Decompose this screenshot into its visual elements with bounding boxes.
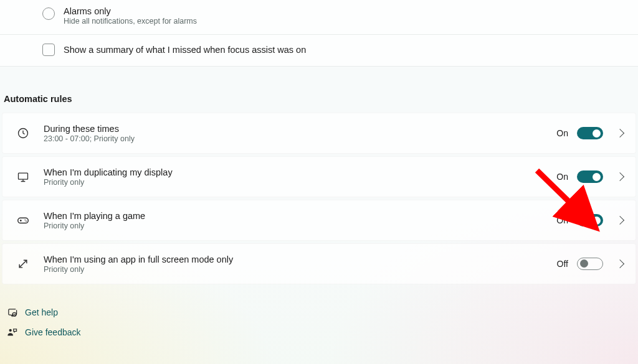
rule-subtitle: 23:00 - 07:00; Priority only	[44, 134, 556, 143]
monitor-icon	[16, 170, 30, 184]
chevron-right-icon[interactable]	[616, 172, 624, 181]
rule-subtitle: Priority only	[44, 178, 556, 187]
rule-toggle[interactable]	[577, 258, 603, 270]
svg-rect-2	[18, 218, 29, 223]
automatic-rules-heading: Automatic rules	[0, 67, 638, 113]
clock-icon	[16, 126, 30, 140]
feedback-icon	[6, 327, 17, 338]
radio-texts: Alarms only Hide all notifications, exce…	[64, 6, 197, 26]
focus-mode-option-alarms-only[interactable]: Alarms only Hide all notifications, exce…	[0, 0, 638, 34]
rule-playing-game[interactable]: When I'm playing a game Priority only On	[2, 200, 636, 241]
rule-texts: When I'm duplicating my display Priority…	[44, 167, 556, 187]
svg-point-6	[9, 329, 11, 331]
help-icon	[6, 307, 17, 318]
rule-toggle[interactable]	[577, 127, 603, 139]
radio-icon	[42, 7, 55, 20]
svg-rect-1	[19, 173, 28, 179]
rule-title: When I'm playing a game	[44, 211, 556, 221]
rule-title: When I'm using an app in full screen mod…	[44, 254, 557, 264]
rule-state-label: On	[556, 128, 568, 138]
rule-state-label: Off	[557, 259, 568, 269]
rule-subtitle: Priority only	[44, 222, 556, 230]
fullscreen-icon	[16, 257, 30, 271]
rule-texts: When I'm using an app in full screen mod…	[44, 254, 557, 274]
get-help-link[interactable]: Get help	[6, 307, 638, 318]
focus-mode-options-panel: Alarms only Hide all notifications, exce…	[0, 0, 638, 67]
rule-title: When I'm duplicating my display	[44, 167, 556, 177]
rule-state-label: On	[556, 215, 568, 225]
help-links: Get help Give feedback	[0, 287, 638, 338]
svg-point-4	[26, 221, 27, 222]
rule-subtitle: Priority only	[44, 265, 557, 274]
get-help-label: Get help	[25, 307, 58, 317]
rule-fullscreen-app[interactable]: When I'm using an app in full screen mod…	[2, 243, 636, 284]
summary-checkbox-label: Show a summary of what I missed when foc…	[64, 45, 306, 55]
rule-texts: When I'm playing a game Priority only	[44, 211, 556, 230]
rule-state-label: On	[556, 172, 568, 182]
rule-toggle[interactable]	[577, 214, 603, 226]
checkbox-icon	[42, 44, 55, 56]
give-feedback-link[interactable]: Give feedback	[6, 327, 638, 338]
chevron-right-icon[interactable]	[616, 216, 624, 225]
svg-point-5	[12, 312, 16, 316]
chevron-right-icon[interactable]	[616, 129, 624, 138]
rule-texts: During these times 23:00 - 07:00; Priori…	[44, 124, 556, 143]
rule-title: During these times	[44, 124, 556, 134]
give-feedback-label: Give feedback	[25, 327, 81, 337]
chevron-right-icon[interactable]	[616, 259, 624, 268]
rule-during-times[interactable]: During these times 23:00 - 07:00; Priori…	[2, 113, 636, 154]
rule-toggle[interactable]	[577, 170, 603, 183]
gamepad-icon	[16, 213, 30, 227]
svg-point-3	[24, 220, 26, 221]
option-subtitle: Hide all notifications, except for alarm…	[64, 17, 197, 26]
option-title: Alarms only	[64, 6, 197, 16]
rule-duplicating-display[interactable]: When I'm duplicating my display Priority…	[2, 156, 636, 197]
summary-checkbox-row[interactable]: Show a summary of what I missed when foc…	[0, 34, 638, 66]
